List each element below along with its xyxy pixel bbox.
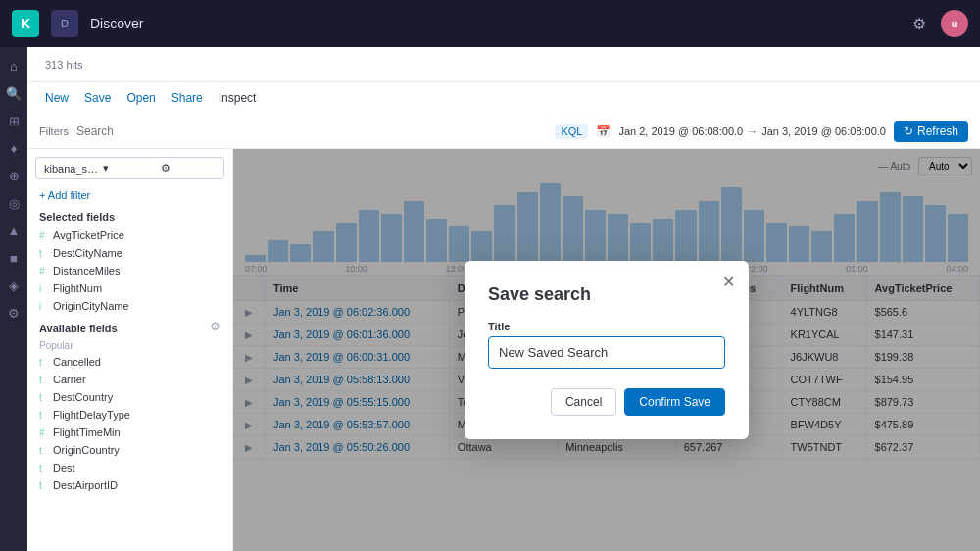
refresh-button[interactable]: ↻ Refresh — [894, 121, 968, 142]
available-fields-title: Available fields — [39, 323, 118, 334]
available-field-item[interactable]: tCarrier — [27, 371, 232, 388]
refresh-icon: ↻ — [904, 125, 913, 138]
hits-toolbar: 313 hits — [27, 47, 980, 82]
modal-title: Save search — [488, 284, 725, 305]
available-field-item[interactable]: tCancelled — [27, 353, 232, 371]
field-name: Cancelled — [53, 356, 101, 368]
field-name: Carrier — [53, 374, 86, 385]
cancel-button[interactable]: Cancel — [551, 388, 616, 416]
kibana-logo[interactable]: K — [12, 10, 39, 37]
inspect-button[interactable]: Inspect — [213, 88, 263, 108]
field-type-icon: i — [39, 283, 49, 294]
sidebar-icon-ml[interactable]: ▲ — [3, 220, 24, 241]
open-button[interactable]: Open — [121, 88, 161, 108]
selected-fields-title: Selected fields — [27, 207, 232, 226]
selected-field-item[interactable]: iOriginCityName — [27, 297, 232, 315]
selected-field-item[interactable]: tDestCityName — [27, 244, 232, 262]
field-type-icon: # — [39, 230, 49, 241]
field-name: FlightTimeMin — [53, 426, 121, 438]
app-title: Discover — [90, 16, 894, 31]
available-field-item[interactable]: tDestAirportID — [27, 476, 232, 494]
modal-title-label: Title — [488, 321, 725, 332]
user-avatar[interactable]: u — [941, 10, 968, 37]
search-input[interactable] — [76, 125, 547, 138]
body-area: kibana_sample_data... ▾ ⚙ + Add filter S… — [27, 149, 980, 551]
field-type-icon: # — [39, 427, 49, 438]
filter-bar: Filters KQL 📅 Jan 2, 2019 @ 06:08:00.0 →… — [27, 114, 980, 149]
save-button[interactable]: Save — [78, 88, 117, 108]
settings-icon[interactable]: ⚙ — [906, 10, 933, 37]
hits-count: 313 hits — [39, 57, 89, 73]
field-type-icon: t — [39, 410, 49, 421]
kql-badge[interactable]: KQL — [555, 124, 588, 139]
index-selector[interactable]: kibana_sample_data... ▾ ⚙ — [35, 157, 224, 179]
field-type-icon: # — [39, 266, 49, 276]
action-bar: New Save Open Share Inspect — [27, 82, 980, 114]
share-button[interactable]: Share — [166, 88, 209, 108]
available-field-item[interactable]: tFlightDelayType — [27, 406, 232, 424]
field-type-icon: t — [39, 463, 49, 474]
filters-label: Filters — [39, 125, 69, 137]
date-from: Jan 2, 2019 @ 06:08:00.0 — [618, 125, 743, 137]
field-type-icon: t — [39, 375, 49, 385]
modal-actions: Cancel Confirm Save — [488, 388, 725, 416]
settings-small-icon: ⚙ — [161, 162, 216, 175]
sidebar-icon-management[interactable]: ⚙ — [3, 302, 24, 324]
date-to: Jan 3, 2019 @ 06:08:00.0 — [761, 125, 886, 137]
field-type-icon: t — [39, 248, 49, 259]
field-name: DistanceMiles — [53, 265, 120, 276]
available-fields-header: Available fields ⚙ — [27, 315, 232, 338]
left-panel: kibana_sample_data... ▾ ⚙ + Add filter S… — [27, 149, 233, 551]
selected-fields-list: #AvgTicketPricetDestCityName#DistanceMil… — [27, 226, 232, 315]
selected-field-item[interactable]: #DistanceMiles — [27, 262, 232, 279]
confirm-save-button[interactable]: Confirm Save — [624, 388, 725, 416]
calendar-icon: 📅 — [596, 125, 611, 138]
field-type-icon: t — [39, 357, 49, 368]
right-panel: — Auto Auto 07:0010:0013:0016:0019:0022:… — [233, 149, 980, 551]
selected-field-item[interactable]: iFlightNum — [27, 279, 232, 297]
index-name: kibana_sample_data... — [44, 163, 99, 175]
sidebar-icon-dashboard[interactable]: ⊞ — [3, 110, 24, 131]
sidebar-icon-search[interactable]: 🔍 — [3, 82, 24, 104]
chevron-down-icon: ▾ — [103, 162, 158, 175]
field-name: DestCountry — [53, 391, 113, 403]
sidebar: ⌂ 🔍 ⊞ ♦ ⊕ ◎ ▲ ■ ◈ ⚙ — [0, 47, 27, 551]
available-field-item[interactable]: tOriginCountry — [27, 441, 232, 459]
new-button[interactable]: New — [39, 88, 74, 108]
sidebar-icon-canvas[interactable]: ⊕ — [3, 165, 24, 186]
sidebar-icon-visualize[interactable]: ♦ — [3, 137, 24, 159]
app-icon: D — [51, 10, 78, 37]
field-name: Dest — [53, 462, 75, 474]
field-name: DestCityName — [53, 247, 122, 259]
field-type-icon: t — [39, 445, 49, 456]
field-type-icon: t — [39, 392, 49, 403]
available-field-item[interactable]: #FlightTimeMin — [27, 424, 232, 441]
available-fields-gear-icon[interactable]: ⚙ — [210, 320, 220, 333]
add-filter[interactable]: + Add filter — [27, 187, 232, 203]
field-name: AvgTicketPrice — [53, 229, 124, 241]
save-search-modal: Save search ✕ Title Cancel Confirm Save — [465, 261, 749, 439]
modal-overlay: Save search ✕ Title Cancel Confirm Save — [233, 149, 980, 551]
modal-close-button[interactable]: ✕ — [722, 273, 735, 291]
top-bar-right: ⚙ u — [906, 10, 968, 37]
sidebar-icon-maps[interactable]: ◎ — [3, 192, 24, 214]
date-range[interactable]: Jan 2, 2019 @ 06:08:00.0 → Jan 3, 2019 @… — [618, 125, 886, 137]
sidebar-icon-siem[interactable]: ■ — [3, 247, 24, 269]
field-type-icon: t — [39, 480, 49, 491]
available-fields-list: tCancelledtCarriertDestCountrytFlightDel… — [27, 353, 232, 494]
arrow-icon: → — [747, 125, 758, 137]
sidebar-icon-home[interactable]: ⌂ — [3, 55, 24, 76]
field-name: FlightDelayType — [53, 409, 130, 421]
selected-field-item[interactable]: #AvgTicketPrice — [27, 226, 232, 244]
modal-title-input[interactable] — [488, 336, 725, 369]
sidebar-icon-devtools[interactable]: ◈ — [3, 275, 24, 296]
available-field-item[interactable]: tDestCountry — [27, 388, 232, 406]
refresh-label: Refresh — [917, 125, 958, 138]
content-area: 313 hits New Save Open Share Inspect Fil… — [27, 47, 980, 551]
field-name: OriginCityName — [53, 300, 129, 312]
main-layout: ⌂ 🔍 ⊞ ♦ ⊕ ◎ ▲ ■ ◈ ⚙ 313 hits New Save Op… — [0, 47, 980, 551]
field-name: DestAirportID — [53, 479, 118, 491]
available-field-item[interactable]: tDest — [27, 459, 232, 476]
field-name: FlightNum — [53, 282, 102, 294]
popular-label: Popular — [27, 338, 232, 353]
